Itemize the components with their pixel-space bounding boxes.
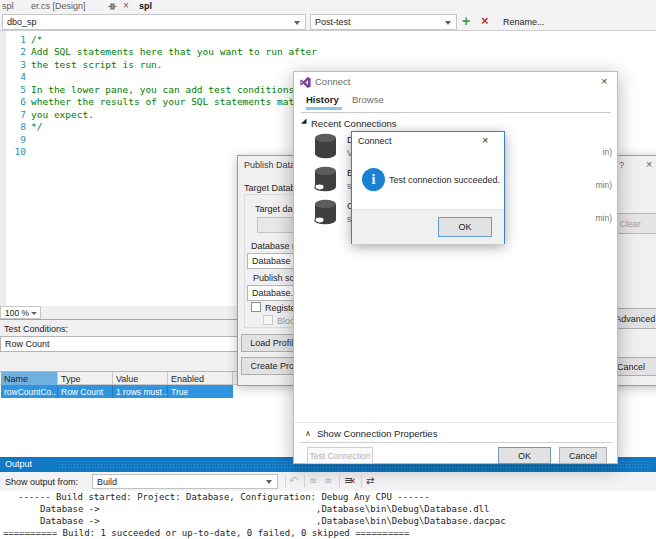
database-icon	[314, 166, 337, 192]
block-drift-checkbox[interactable]	[263, 315, 273, 325]
help-icon[interactable]: ?	[619, 160, 624, 171]
connect-dialog: Connect × History Browse ◢ Recent Connec…	[293, 71, 618, 464]
messagebox-ok-button[interactable]: OK	[438, 217, 492, 237]
object-combobox[interactable]: dbo_sp	[2, 14, 306, 30]
code-line: the test script is run.	[31, 59, 163, 71]
output-title: Output	[5, 459, 32, 470]
close-icon[interactable]: ×	[646, 158, 652, 170]
line-number: 3	[6, 59, 26, 71]
pin-icon[interactable]	[108, 2, 117, 11]
messagebox-text: Test connection succeeded.	[389, 175, 500, 186]
grid-cell-value[interactable]: 1 rows must ...	[113, 385, 168, 398]
line-number: 7	[6, 109, 26, 121]
divider	[294, 422, 619, 423]
connect-cancel-button[interactable]: Cancel	[559, 447, 607, 464]
code-line: Add SQL statements here that you want to…	[31, 46, 317, 58]
console-line-2-left: Database ->	[40, 504, 100, 514]
tab-browse[interactable]: Browse	[352, 94, 384, 106]
console-line-3-left: Database ->	[40, 516, 100, 526]
show-output-label: Show output from:	[5, 477, 78, 488]
line-number: 1	[6, 34, 26, 46]
divider	[301, 112, 611, 113]
database-icon	[314, 133, 337, 159]
tab-history-underline	[306, 107, 342, 110]
show-connection-properties[interactable]: Show Connection Properties	[317, 428, 437, 440]
clear-all-icon[interactable]: ≡ ×	[344, 474, 357, 487]
test-conditions-label: Test Conditions:	[4, 324, 68, 335]
tab-spl[interactable]: spl	[139, 1, 152, 12]
toolbar-separator	[339, 475, 340, 488]
tab-designer-suffix: er.cs [Design]	[31, 1, 86, 11]
zoom-combobox[interactable]: 100 %	[0, 306, 41, 319]
document-tab-bar	[0, 0, 656, 13]
console-line-3-path: ,Database\bin\Debug\Database.dacpac	[316, 516, 506, 526]
divider	[300, 442, 612, 443]
code-line: */	[31, 121, 42, 133]
line-number: 5	[6, 84, 26, 96]
output-source-combobox[interactable]: Build	[92, 474, 278, 489]
close-tab-icon[interactable]: ×	[123, 0, 129, 11]
code-line: /*	[31, 34, 42, 46]
connection-meta: min)	[595, 180, 612, 190]
grid-cell-enabled[interactable]: True	[168, 385, 233, 398]
code-line: you expect.	[31, 109, 94, 121]
next-message-icon[interactable]: ≡	[324, 475, 332, 486]
grid-header-name[interactable]: Name	[1, 372, 58, 385]
console-line-2-path: ,Database\bin\Debug\Database.dll	[316, 504, 489, 514]
redacted-text	[14, 1, 32, 11]
info-icon: i	[362, 168, 385, 191]
messagebox-title: Connect	[358, 136, 392, 147]
console-line-1: ------ Build started: Project: Database,…	[18, 492, 430, 502]
line-number: 6	[6, 96, 26, 108]
grid-header-type[interactable]: Type	[58, 372, 113, 385]
test-connection-button[interactable]: Test Connection	[307, 447, 373, 464]
connect-dialog-title: Connect	[315, 76, 350, 88]
tab-designer[interactable]: spl er.cs [Design]	[2, 1, 86, 12]
add-test-icon[interactable]: +	[462, 13, 470, 29]
visual-studio-window: spl er.cs [Design] × spl dbo_sp Post-tes…	[0, 0, 656, 539]
toolbar-separator	[285, 475, 286, 488]
line-number: 4	[6, 71, 26, 83]
register-checkbox[interactable]	[251, 302, 261, 312]
tab-history[interactable]: History	[306, 94, 339, 106]
connect-ok-button[interactable]: OK	[498, 447, 551, 464]
line-number: 8	[6, 121, 26, 133]
connection-meta: min)	[595, 213, 612, 223]
code-line: whether the results of your SQL statemen…	[31, 96, 334, 108]
delete-test-icon[interactable]: ×	[481, 13, 489, 29]
close-icon[interactable]: ×	[601, 75, 607, 87]
grid-cell-name[interactable]: rowCountCo..	[1, 385, 58, 398]
chevron-up-icon[interactable]: ∧	[305, 429, 311, 438]
connect-messagebox: Connect × i Test connection succeeded. O…	[351, 131, 505, 244]
prev-message-icon[interactable]: ≡	[309, 475, 317, 486]
grid-header-enabled[interactable]: Enabled	[168, 372, 233, 385]
database-icon	[314, 199, 337, 225]
grid-header-value[interactable]: Value	[113, 372, 168, 385]
tab-designer-prefix: spl	[2, 1, 14, 11]
rename-button[interactable]: Rename...	[503, 17, 545, 28]
toolbar-separator	[304, 475, 305, 488]
toolbar-separator	[361, 475, 362, 488]
expander-icon[interactable]: ◢	[301, 117, 306, 125]
line-number: 10	[6, 146, 26, 158]
line-number: 2	[6, 46, 26, 58]
recent-connections-label: Recent Connections	[311, 118, 397, 130]
phase-combobox[interactable]: Post-test	[310, 14, 457, 30]
word-wrap-icon[interactable]: ⇄	[366, 475, 374, 486]
connection-meta: in)	[603, 147, 612, 157]
find-message-icon[interactable]: ↶	[289, 474, 298, 487]
close-icon[interactable]: ×	[482, 134, 488, 146]
visual-studio-icon	[300, 77, 311, 88]
console-line-4: ========== Build: 1 succeeded or up-to-d…	[3, 528, 409, 538]
line-number: 9	[6, 134, 26, 146]
grid-cell-type[interactable]: Row Count	[58, 385, 113, 398]
